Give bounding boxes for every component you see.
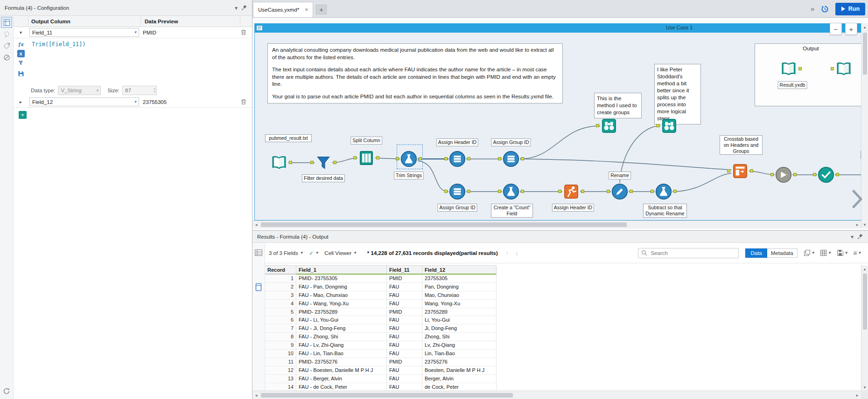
data-type-dropdown[interactable]: V_String ▾	[58, 86, 101, 95]
input-anchor[interactable]	[651, 190, 654, 193]
table-row[interactable]: 8FAU - Zhong, ShiFAUZhong, Shi	[265, 333, 497, 341]
insert-function-icon[interactable]: ƒx	[16, 40, 25, 48]
input-anchor[interactable]	[444, 190, 448, 193]
output-data-tool-2[interactable]	[835, 60, 853, 78]
search-input[interactable]	[650, 250, 735, 256]
size-input[interactable]: 87 ▴▾	[122, 86, 157, 95]
scrollbar-thumb[interactable]	[261, 222, 627, 227]
input-anchor[interactable]	[727, 169, 730, 172]
table-row[interactable]: 2FAU - Pan, DongningFAUPan, Dongning	[265, 283, 497, 291]
scrollbar-thumb[interactable]	[261, 393, 513, 398]
sync-status-icon[interactable]	[3, 387, 10, 396]
select-fields-check-dropdown[interactable]: ✓ ▾	[309, 250, 318, 256]
table-row[interactable]: 4FAU - Wang, Yong-XuFAUWang, Yong-Xu	[265, 300, 497, 308]
grid-view-icon[interactable]	[253, 248, 264, 258]
output-anchor[interactable]	[798, 67, 802, 70]
table-options-dropdown-button[interactable]: ▾	[820, 249, 831, 256]
formula-tool-subtract[interactable]	[655, 183, 672, 200]
scroll-left-icon[interactable]: ◂	[252, 392, 260, 399]
output-anchor[interactable]	[521, 190, 524, 193]
pin-icon[interactable]	[857, 234, 863, 240]
output-anchor[interactable]	[467, 190, 470, 193]
table-row[interactable]: 6FAU - Li, You-GuiFAULi, You-Gui	[265, 316, 497, 324]
formula-row-2[interactable]: ▸ Field_12 ▾ 23755305	[14, 96, 252, 108]
input-anchor[interactable]	[558, 190, 561, 193]
scroll-right-icon[interactable]: ▸	[854, 392, 861, 399]
scroll-up-icon[interactable]: ▴	[861, 265, 868, 273]
column-header[interactable]: Field_12	[422, 266, 497, 275]
input-anchor[interactable]	[656, 124, 659, 127]
table-row[interactable]: 1PMID- 23755305PMID23755305	[265, 275, 497, 283]
sample-tool[interactable]	[775, 166, 792, 184]
scroll-down-icon[interactable]: ▾	[861, 221, 868, 228]
filter-tool[interactable]	[315, 154, 332, 172]
output-anchor[interactable]	[581, 190, 584, 193]
field-select-1[interactable]: Field_11 ▾	[29, 28, 139, 37]
lasso-tab-icon[interactable]	[1, 29, 12, 39]
comment-box[interactable]: I like Peter Stoddard's method a bit bet…	[654, 64, 701, 124]
copy-dropdown-button[interactable]: ▾	[804, 249, 814, 256]
browse-tool-1[interactable]	[600, 117, 618, 135]
scroll-left-icon[interactable]: ◂	[252, 221, 260, 228]
collapse-panel-icon[interactable]: ▾	[851, 234, 854, 240]
expand-row-icon[interactable]: ▸	[14, 99, 28, 104]
input-anchor[interactable]	[444, 157, 448, 160]
scroll-down-icon[interactable]: ▾	[861, 384, 868, 391]
column-header[interactable]: Field_11	[387, 266, 422, 275]
run-button[interactable]: Run	[835, 3, 865, 15]
close-tab-icon[interactable]: ×	[305, 7, 308, 13]
input-anchor[interactable]	[607, 190, 610, 193]
flyout-chevron-icon[interactable]	[850, 188, 864, 211]
formula-row-1[interactable]: ▾ Field_11 ▾ PMID	[14, 27, 252, 38]
container-grip-icon[interactable]	[256, 25, 263, 32]
workflow-comment-annotation[interactable]: An analytical consulting company downloa…	[267, 43, 563, 103]
generate-rows-tool[interactable]	[562, 183, 580, 200]
table-row[interactable]: 3FAU - Mao, ChunxiaoFAUMao, Chunxiao	[265, 291, 497, 300]
page-view-icon[interactable]	[253, 282, 264, 292]
metadata-tab-button[interactable]: Metadata	[767, 248, 798, 258]
table-row[interactable]: 13FAU - Berger, AlvinFAUBerger, Alvin	[265, 375, 497, 383]
pin-icon[interactable]	[241, 5, 247, 11]
results-horizontal-scrollbar[interactable]: ◂ ▸	[252, 391, 861, 399]
output-anchor[interactable]	[289, 161, 292, 164]
add-column-button[interactable]: +	[19, 111, 27, 119]
tag-tab-icon[interactable]	[1, 41, 12, 51]
container-expand-button[interactable]: +	[845, 23, 857, 35]
scroll-up-icon[interactable]: ▴	[861, 23, 868, 31]
input-data-tool[interactable]	[270, 154, 288, 172]
output-anchor[interactable]	[793, 173, 797, 176]
input-anchor[interactable]	[770, 173, 774, 176]
browse-tool-2[interactable]	[660, 117, 678, 135]
input-anchor[interactable]	[813, 173, 816, 176]
previous-record-icon[interactable]: ↑	[506, 249, 509, 256]
scroll-right-icon[interactable]: ▸	[854, 221, 861, 228]
container-titlebar[interactable]: Use Case 1	[255, 24, 865, 33]
save-expression-icon[interactable]	[16, 69, 25, 78]
search-field[interactable]	[638, 248, 739, 258]
multirow-formula-assign-group-id-2[interactable]	[448, 183, 466, 200]
output-anchor[interactable]	[836, 173, 839, 176]
output-data-tool-1[interactable]	[780, 60, 798, 78]
input-anchor[interactable]	[353, 156, 357, 159]
output-anchor[interactable]	[521, 157, 524, 160]
crosstab-tool[interactable]	[731, 162, 749, 180]
unique-tool[interactable]	[817, 166, 835, 184]
workflow-canvas[interactable]: Use Case 1 An analytical consulting comp…	[252, 18, 868, 230]
input-anchor[interactable]	[596, 124, 599, 127]
results-vertical-scrollbar[interactable]: ▴ ▾	[861, 265, 868, 391]
multirow-formula-assign-header-id[interactable]	[448, 150, 466, 168]
table-row[interactable]: 14FAU - de Cock, PeterFAUde Cock, Peter	[265, 383, 497, 392]
delete-row-button-2[interactable]	[238, 99, 249, 105]
disable-tab-icon[interactable]	[1, 52, 12, 62]
collapse-panel-icon[interactable]: ▾	[235, 5, 238, 11]
output-anchor[interactable]	[467, 157, 470, 160]
expression-input[interactable]: Trim([Field_11])	[28, 38, 252, 84]
insert-constant-icon[interactable]	[16, 59, 25, 68]
table-row[interactable]: 5PMID- 23755289PMID23755289	[265, 308, 497, 316]
save-dropdown-button[interactable]: ▾	[837, 249, 847, 256]
delete-row-button-1[interactable]	[238, 29, 249, 35]
new-tab-button[interactable]: +	[316, 5, 327, 14]
text-to-columns-tool[interactable]	[357, 149, 375, 167]
data-tab-button[interactable]: Data	[745, 248, 767, 258]
collapse-row-icon[interactable]: ▾	[14, 30, 28, 35]
